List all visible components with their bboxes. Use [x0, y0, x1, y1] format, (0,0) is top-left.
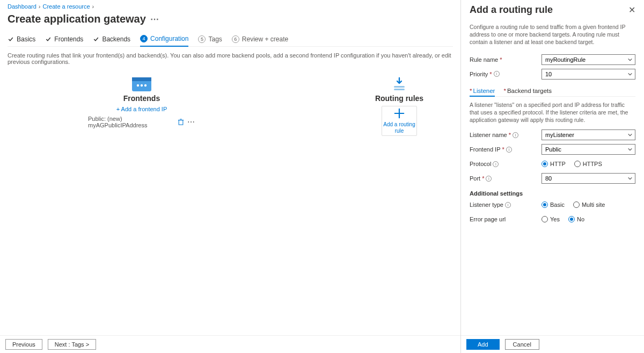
frontend-item-label: Public: (new) myAGPublicIPAddress	[88, 116, 178, 128]
protocol-https-radio[interactable]: HTTPS	[574, 161, 602, 167]
step-label: Backends	[102, 35, 130, 43]
listener-type-multi-radio[interactable]: Multi site	[573, 201, 605, 208]
info-icon[interactable]: i	[494, 71, 500, 77]
step-label: Frontends	[54, 35, 83, 43]
svg-rect-4	[132, 77, 151, 81]
routing-column: Routing rules Add a routing rule	[346, 77, 453, 136]
step-label: Basics	[17, 35, 35, 43]
listener-name-label: Listener name* i	[470, 132, 541, 138]
frontends-title: Frontends	[123, 94, 160, 103]
delete-icon[interactable]	[178, 118, 184, 126]
tab-listener[interactable]: *Listener	[470, 86, 495, 97]
close-icon[interactable]: ✕	[628, 5, 635, 15]
breadcrumb-dashboard[interactable]: Dashboard	[8, 3, 36, 10]
priority-input[interactable]	[541, 69, 635, 80]
svg-point-1	[137, 84, 139, 87]
cancel-button[interactable]: Cancel	[505, 339, 539, 350]
check-icon	[45, 36, 52, 42]
step-number-icon: 4	[140, 35, 148, 42]
breadcrumb-sep: ›	[92, 3, 94, 10]
add-frontend-link[interactable]: + Add a frontend IP	[116, 106, 167, 112]
frontend-tile-icon	[131, 77, 152, 92]
routing-rule-panel: Add a routing rule ✕ Configure a routing…	[460, 0, 644, 353]
listener-description: A listener "listens" on a specified port…	[470, 101, 635, 124]
radio-icon	[573, 201, 580, 208]
panel-title: Add a routing rule	[470, 4, 553, 16]
page-title-text: Create application gateway	[8, 13, 146, 25]
panel-footer: Add Cancel	[461, 335, 644, 353]
breadcrumb-sep: ›	[39, 3, 41, 10]
add-routing-rule-label: Add a routing rule	[382, 121, 416, 134]
rule-name-input[interactable]	[541, 54, 635, 65]
step-review[interactable]: 6 Review + create	[232, 33, 288, 46]
add-button[interactable]: Add	[466, 339, 500, 350]
frontend-ip-label: Frontend IP* i	[470, 146, 541, 153]
step-label: Configuration	[150, 35, 188, 42]
svg-rect-8	[394, 86, 405, 88]
page-title: Create application gateway ⋯	[8, 13, 453, 25]
breadcrumb-create-resource[interactable]: Create a resource	[43, 3, 90, 10]
protocol-http-radio[interactable]: HTTP	[541, 161, 566, 167]
svg-point-2	[141, 84, 143, 87]
protocol-label: Protocol i	[470, 161, 541, 167]
tab-backend-targets[interactable]: *Backend targets	[503, 86, 552, 96]
panel-description: Configure a routing rule to send traffic…	[470, 23, 635, 46]
error-page-no-radio[interactable]: No	[568, 216, 584, 222]
step-label: Tags	[208, 35, 222, 43]
step-backends[interactable]: Backends	[93, 33, 130, 46]
wizard-footer: Previous Next : Tags >	[0, 335, 460, 353]
listener-type-label: Listener type i	[470, 201, 541, 208]
radio-icon	[541, 161, 548, 167]
step-number-icon: 5	[198, 35, 206, 43]
info-icon[interactable]: i	[486, 176, 492, 182]
svg-point-3	[144, 84, 147, 87]
info-icon[interactable]: i	[506, 147, 512, 153]
check-icon	[8, 36, 14, 42]
config-description: Create routing rules that link your fron…	[8, 52, 453, 65]
radio-icon	[541, 216, 548, 222]
more-icon[interactable]: ⋯	[187, 118, 195, 126]
radio-icon	[574, 161, 581, 167]
listener-type-basic-radio[interactable]: Basic	[541, 201, 565, 208]
add-routing-rule-card[interactable]: Add a routing rule	[382, 106, 417, 136]
error-page-label: Error page url	[470, 216, 541, 222]
routing-title: Routing rules	[375, 94, 423, 103]
more-icon[interactable]: ⋯	[150, 15, 159, 24]
wizard-steps: Basics Frontends Backends 4 Configuratio…	[8, 33, 453, 47]
radio-icon	[541, 201, 548, 208]
plus-icon	[393, 107, 405, 119]
step-number-icon: 6	[232, 35, 239, 43]
svg-rect-5	[179, 120, 183, 125]
next-button[interactable]: Next : Tags >	[48, 339, 96, 350]
step-frontends[interactable]: Frontends	[45, 33, 83, 46]
info-icon[interactable]: i	[493, 161, 499, 167]
panel-subtabs: *Listener *Backend targets	[470, 86, 635, 97]
routing-tile-icon	[389, 77, 410, 92]
listener-name-input[interactable]	[541, 129, 635, 140]
frontend-item: Public: (new) myAGPublicIPAddress ⋯	[88, 116, 195, 128]
step-label: Review + create	[242, 35, 288, 43]
svg-rect-9	[394, 89, 405, 90]
step-basics[interactable]: Basics	[8, 33, 35, 46]
check-icon	[93, 36, 99, 42]
step-configuration[interactable]: 4 Configuration	[140, 33, 188, 47]
port-label: Port* i	[470, 175, 541, 182]
breadcrumb: Dashboard › Create a resource ›	[8, 3, 453, 10]
additional-settings-heading: Additional settings	[470, 190, 635, 197]
priority-label: Priority* i	[470, 71, 541, 77]
previous-button[interactable]: Previous	[5, 339, 42, 350]
info-icon[interactable]: i	[513, 132, 518, 138]
step-tags[interactable]: 5 Tags	[198, 33, 222, 46]
error-page-yes-radio[interactable]: Yes	[541, 216, 560, 222]
rule-name-label: Rule name*	[470, 56, 541, 63]
info-icon[interactable]: i	[505, 202, 511, 208]
port-input[interactable]	[541, 173, 635, 184]
radio-icon	[568, 216, 575, 222]
frontends-column: Frontends + Add a frontend IP Public: (n…	[88, 77, 195, 136]
frontend-ip-select[interactable]	[541, 144, 635, 155]
